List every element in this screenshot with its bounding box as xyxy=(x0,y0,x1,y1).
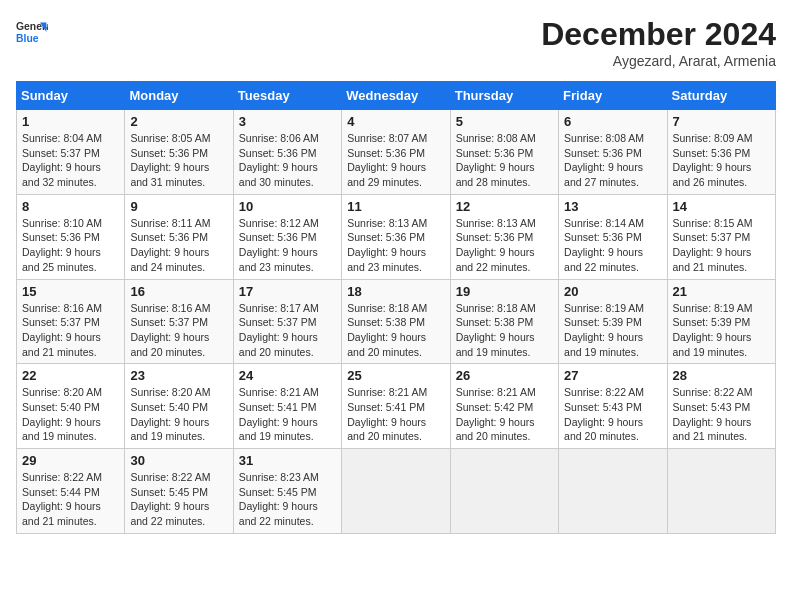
day-info: Sunrise: 8:05 AM Sunset: 5:36 PM Dayligh… xyxy=(130,131,227,190)
day-number: 11 xyxy=(347,199,444,214)
calendar-day-cell: 6 Sunrise: 8:08 AM Sunset: 5:36 PM Dayli… xyxy=(559,110,667,195)
day-info: Sunrise: 8:19 AM Sunset: 5:39 PM Dayligh… xyxy=(673,301,770,360)
day-number: 8 xyxy=(22,199,119,214)
weekday-header-cell: Tuesday xyxy=(233,82,341,110)
day-number: 3 xyxy=(239,114,336,129)
day-number: 2 xyxy=(130,114,227,129)
day-number: 7 xyxy=(673,114,770,129)
calendar-day-cell xyxy=(342,449,450,534)
day-info: Sunrise: 8:16 AM Sunset: 5:37 PM Dayligh… xyxy=(130,301,227,360)
calendar-week-row: 8 Sunrise: 8:10 AM Sunset: 5:36 PM Dayli… xyxy=(17,194,776,279)
day-number: 26 xyxy=(456,368,553,383)
day-number: 29 xyxy=(22,453,119,468)
day-number: 21 xyxy=(673,284,770,299)
day-info: Sunrise: 8:11 AM Sunset: 5:36 PM Dayligh… xyxy=(130,216,227,275)
calendar-day-cell: 11 Sunrise: 8:13 AM Sunset: 5:36 PM Dayl… xyxy=(342,194,450,279)
calendar-day-cell xyxy=(450,449,558,534)
logo-icon: General Blue xyxy=(16,16,48,48)
day-number: 14 xyxy=(673,199,770,214)
calendar-day-cell: 4 Sunrise: 8:07 AM Sunset: 5:36 PM Dayli… xyxy=(342,110,450,195)
day-number: 19 xyxy=(456,284,553,299)
day-number: 5 xyxy=(456,114,553,129)
calendar-day-cell: 7 Sunrise: 8:09 AM Sunset: 5:36 PM Dayli… xyxy=(667,110,775,195)
day-number: 30 xyxy=(130,453,227,468)
logo: General Blue xyxy=(16,16,48,48)
calendar-day-cell: 20 Sunrise: 8:19 AM Sunset: 5:39 PM Dayl… xyxy=(559,279,667,364)
calendar-day-cell: 28 Sunrise: 8:22 AM Sunset: 5:43 PM Dayl… xyxy=(667,364,775,449)
calendar-day-cell: 18 Sunrise: 8:18 AM Sunset: 5:38 PM Dayl… xyxy=(342,279,450,364)
calendar-day-cell: 27 Sunrise: 8:22 AM Sunset: 5:43 PM Dayl… xyxy=(559,364,667,449)
month-title: December 2024 xyxy=(541,16,776,53)
day-info: Sunrise: 8:04 AM Sunset: 5:37 PM Dayligh… xyxy=(22,131,119,190)
calendar-day-cell: 26 Sunrise: 8:21 AM Sunset: 5:42 PM Dayl… xyxy=(450,364,558,449)
day-number: 16 xyxy=(130,284,227,299)
day-info: Sunrise: 8:22 AM Sunset: 5:43 PM Dayligh… xyxy=(564,385,661,444)
day-info: Sunrise: 8:13 AM Sunset: 5:36 PM Dayligh… xyxy=(456,216,553,275)
day-number: 27 xyxy=(564,368,661,383)
calendar-day-cell: 1 Sunrise: 8:04 AM Sunset: 5:37 PM Dayli… xyxy=(17,110,125,195)
calendar-day-cell: 5 Sunrise: 8:08 AM Sunset: 5:36 PM Dayli… xyxy=(450,110,558,195)
day-info: Sunrise: 8:21 AM Sunset: 5:42 PM Dayligh… xyxy=(456,385,553,444)
day-info: Sunrise: 8:09 AM Sunset: 5:36 PM Dayligh… xyxy=(673,131,770,190)
day-info: Sunrise: 8:23 AM Sunset: 5:45 PM Dayligh… xyxy=(239,470,336,529)
day-number: 6 xyxy=(564,114,661,129)
calendar-table: SundayMondayTuesdayWednesdayThursdayFrid… xyxy=(16,81,776,534)
calendar-day-cell: 12 Sunrise: 8:13 AM Sunset: 5:36 PM Dayl… xyxy=(450,194,558,279)
day-number: 9 xyxy=(130,199,227,214)
day-info: Sunrise: 8:15 AM Sunset: 5:37 PM Dayligh… xyxy=(673,216,770,275)
day-info: Sunrise: 8:20 AM Sunset: 5:40 PM Dayligh… xyxy=(22,385,119,444)
calendar-week-row: 29 Sunrise: 8:22 AM Sunset: 5:44 PM Dayl… xyxy=(17,449,776,534)
calendar-week-row: 22 Sunrise: 8:20 AM Sunset: 5:40 PM Dayl… xyxy=(17,364,776,449)
calendar-week-row: 1 Sunrise: 8:04 AM Sunset: 5:37 PM Dayli… xyxy=(17,110,776,195)
day-info: Sunrise: 8:07 AM Sunset: 5:36 PM Dayligh… xyxy=(347,131,444,190)
day-number: 22 xyxy=(22,368,119,383)
day-number: 24 xyxy=(239,368,336,383)
calendar-day-cell: 15 Sunrise: 8:16 AM Sunset: 5:37 PM Dayl… xyxy=(17,279,125,364)
location-subtitle: Aygezard, Ararat, Armenia xyxy=(541,53,776,69)
day-info: Sunrise: 8:13 AM Sunset: 5:36 PM Dayligh… xyxy=(347,216,444,275)
day-info: Sunrise: 8:14 AM Sunset: 5:36 PM Dayligh… xyxy=(564,216,661,275)
day-info: Sunrise: 8:22 AM Sunset: 5:43 PM Dayligh… xyxy=(673,385,770,444)
day-number: 1 xyxy=(22,114,119,129)
weekday-header-cell: Saturday xyxy=(667,82,775,110)
calendar-day-cell: 24 Sunrise: 8:21 AM Sunset: 5:41 PM Dayl… xyxy=(233,364,341,449)
day-number: 28 xyxy=(673,368,770,383)
day-number: 25 xyxy=(347,368,444,383)
calendar-day-cell: 22 Sunrise: 8:20 AM Sunset: 5:40 PM Dayl… xyxy=(17,364,125,449)
calendar-day-cell: 23 Sunrise: 8:20 AM Sunset: 5:40 PM Dayl… xyxy=(125,364,233,449)
calendar-day-cell: 17 Sunrise: 8:17 AM Sunset: 5:37 PM Dayl… xyxy=(233,279,341,364)
day-info: Sunrise: 8:10 AM Sunset: 5:36 PM Dayligh… xyxy=(22,216,119,275)
day-info: Sunrise: 8:08 AM Sunset: 5:36 PM Dayligh… xyxy=(564,131,661,190)
calendar-day-cell: 21 Sunrise: 8:19 AM Sunset: 5:39 PM Dayl… xyxy=(667,279,775,364)
calendar-day-cell xyxy=(667,449,775,534)
day-number: 12 xyxy=(456,199,553,214)
day-info: Sunrise: 8:19 AM Sunset: 5:39 PM Dayligh… xyxy=(564,301,661,360)
day-number: 10 xyxy=(239,199,336,214)
calendar-day-cell: 8 Sunrise: 8:10 AM Sunset: 5:36 PM Dayli… xyxy=(17,194,125,279)
title-block: December 2024 Aygezard, Ararat, Armenia xyxy=(541,16,776,69)
weekday-header-cell: Sunday xyxy=(17,82,125,110)
day-info: Sunrise: 8:21 AM Sunset: 5:41 PM Dayligh… xyxy=(239,385,336,444)
day-info: Sunrise: 8:17 AM Sunset: 5:37 PM Dayligh… xyxy=(239,301,336,360)
calendar-day-cell: 31 Sunrise: 8:23 AM Sunset: 5:45 PM Dayl… xyxy=(233,449,341,534)
weekday-header-cell: Friday xyxy=(559,82,667,110)
day-number: 13 xyxy=(564,199,661,214)
day-info: Sunrise: 8:16 AM Sunset: 5:37 PM Dayligh… xyxy=(22,301,119,360)
day-number: 20 xyxy=(564,284,661,299)
calendar-day-cell: 9 Sunrise: 8:11 AM Sunset: 5:36 PM Dayli… xyxy=(125,194,233,279)
calendar-week-row: 15 Sunrise: 8:16 AM Sunset: 5:37 PM Dayl… xyxy=(17,279,776,364)
calendar-day-cell: 14 Sunrise: 8:15 AM Sunset: 5:37 PM Dayl… xyxy=(667,194,775,279)
day-number: 31 xyxy=(239,453,336,468)
calendar-day-cell: 2 Sunrise: 8:05 AM Sunset: 5:36 PM Dayli… xyxy=(125,110,233,195)
calendar-day-cell: 10 Sunrise: 8:12 AM Sunset: 5:36 PM Dayl… xyxy=(233,194,341,279)
svg-text:Blue: Blue xyxy=(16,33,39,44)
day-number: 23 xyxy=(130,368,227,383)
day-info: Sunrise: 8:18 AM Sunset: 5:38 PM Dayligh… xyxy=(347,301,444,360)
day-info: Sunrise: 8:20 AM Sunset: 5:40 PM Dayligh… xyxy=(130,385,227,444)
weekday-header-cell: Wednesday xyxy=(342,82,450,110)
calendar-day-cell xyxy=(559,449,667,534)
calendar-day-cell: 3 Sunrise: 8:06 AM Sunset: 5:36 PM Dayli… xyxy=(233,110,341,195)
page-header: General Blue December 2024 Aygezard, Ara… xyxy=(16,16,776,69)
day-number: 18 xyxy=(347,284,444,299)
calendar-day-cell: 13 Sunrise: 8:14 AM Sunset: 5:36 PM Dayl… xyxy=(559,194,667,279)
